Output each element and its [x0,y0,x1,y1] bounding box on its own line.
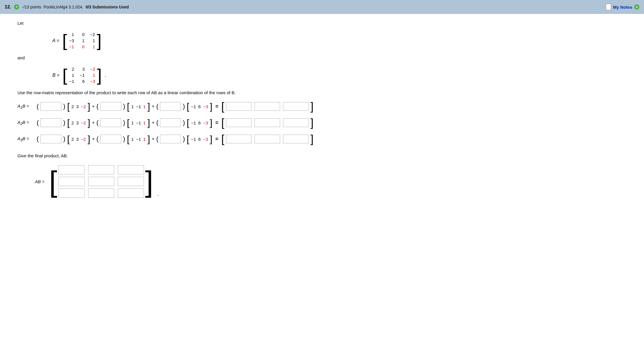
ab-r2c3-input[interactable] [118,177,144,186]
row3-coef1-input[interactable] [40,135,61,143]
ab-label: AB = [35,179,45,184]
points-info: -/13 points PooleLinAlg4 3.1.024. 0/3 Su… [22,5,129,9]
row-eq-1: A1B = ( ) [ 2 3 −2 ] + ( ) [ 1 −1 1 ] + … [17,101,632,112]
ab-matrix-grid [57,163,145,200]
bracket-left-b: [ [62,67,67,84]
ab-r2c1-input[interactable] [58,177,85,186]
ab-r3c3-input[interactable] [118,188,144,198]
row1-brow2: 1 −1 1 [131,104,146,109]
row2-result3-input[interactable] [283,118,309,127]
row2-results [226,118,309,127]
period: . [157,191,159,197]
row1-coef1-input[interactable] [40,102,61,111]
final-label: Give the final product, AB. [17,153,632,158]
row2-coef3-input[interactable] [160,118,181,127]
row2-coef2-input[interactable] [100,118,121,127]
row2-result2-input[interactable] [255,118,280,127]
bracket-left-a: [ [62,32,67,49]
header-left: 12. + -/13 points PooleLinAlg4 3.1.024. … [5,4,129,10]
content: Let A = [ 1 0 −2 −3 1 1 −1 0 1 ] and B =… [0,14,644,212]
row2-result1-input[interactable] [226,118,252,127]
row3-label: A3B = [17,136,35,142]
question-number: 12. [5,4,11,10]
row3-results [226,135,309,143]
row2-brow1: 2 3 −2 [72,120,86,125]
matrix-a: [ 1 0 −2 −3 1 1 −1 0 1 ] [62,30,102,51]
row1-results [226,102,309,111]
ab-matrix-wrap: [ ] [49,163,153,200]
matrix-b-section: B = [ 2 3 −2 1 −1 1 −1 6 −3 ] . [52,65,632,85]
row1-result2-input[interactable] [255,102,280,111]
row3-result3-input[interactable] [283,135,309,143]
my-notes-label: My Notes [613,5,632,10]
row3-brow3: −1 6 −3 [191,137,208,142]
matrix-b: [ 2 3 −2 1 −1 1 −1 6 −3 ] [62,65,102,85]
row1-brow3: −1 6 −3 [191,104,208,109]
row3-coef2-input[interactable] [100,135,121,143]
instruction-text: Use the row-matrix representation of the… [17,90,632,95]
ab-r3c2-input[interactable] [88,188,114,198]
and-text: and [17,54,632,61]
header-right: My Notes + [606,4,639,10]
row3-brow1: 2 3 −2 [72,137,86,142]
row1-brow1: 2 3 −2 [72,104,86,109]
row3-brow2: 1 −1 1 [131,137,146,142]
row1-label: A1B = [17,104,35,110]
row1-result3-input[interactable] [283,102,309,111]
big-bracket-left: [ [49,168,57,195]
matrix-b-label: B = [52,73,59,78]
ab-r2c2-input[interactable] [88,177,114,186]
row-eq-2: A2B = ( ) [ 2 3 −2 ] + ( ) [ 1 −1 1 ] + … [17,117,632,128]
row3-result1-input[interactable] [226,135,252,143]
row2-brow3: −1 6 −3 [191,120,208,125]
bracket-right-a: ] [97,32,102,49]
add-notes-button[interactable]: + [634,4,639,10]
final-section: Give the final product, AB. AB = [ ] [17,153,632,200]
notes-icon [606,4,611,10]
row1-result1-input[interactable] [226,102,252,111]
intro-text: Let [17,20,632,27]
plus-circle-icon: + [14,4,19,10]
row3-coef3-input[interactable] [160,135,181,143]
ab-r1c1-input[interactable] [58,165,85,174]
row1-coef3-input[interactable] [160,102,181,111]
matrix-a-grid: 1 0 −2 −3 1 1 −1 0 1 [68,30,96,51]
ab-r1c2-input[interactable] [88,165,114,174]
row2-coef1-input[interactable] [40,118,61,127]
header-bar: 12. + -/13 points PooleLinAlg4 3.1.024. … [0,0,644,14]
matrix-a-label: A = [52,38,59,43]
matrix-a-section: A = [ 1 0 −2 −3 1 1 −1 0 1 ] [52,30,632,51]
matrix-b-grid: 2 3 −2 1 −1 1 −1 6 −3 [68,65,96,85]
row1-coef2-input[interactable] [100,102,121,111]
row2-label: A2B = [17,120,35,126]
bracket-right-b: ] [97,67,102,84]
ab-r1c3-input[interactable] [118,165,144,174]
row3-result2-input[interactable] [255,135,280,143]
row-eq-3: A3B = ( ) [ 2 3 −2 ] + ( ) [ 1 −1 1 ] + … [17,133,632,145]
row2-brow2: 1 −1 1 [131,120,146,125]
big-bracket-right: ] [145,168,153,195]
ab-r3c1-input[interactable] [58,188,85,198]
ab-matrix-row: AB = [ ] . [35,163,632,200]
